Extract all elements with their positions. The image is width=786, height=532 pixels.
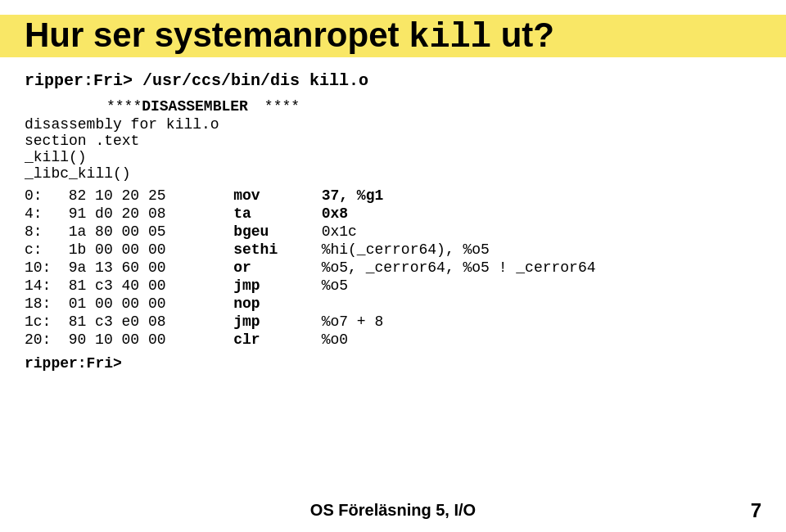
title-text-normal: Hur ser systemanropet: [25, 16, 409, 54]
instr-cell: clr: [233, 331, 321, 349]
operands-cell: %o7 + 8: [322, 313, 761, 331]
title-text-mono: kill: [409, 18, 491, 57]
content-area: ripper:Fri> /usr/ccs/bin/dis kill.o ****…: [25, 71, 761, 372]
bytes-cell: 82 10 20 25: [69, 187, 233, 205]
footer: OS Föreläsning 5, I/O 7: [0, 501, 786, 520]
bytes-cell: 9a 13 60 00: [69, 259, 233, 277]
bytes-cell: 01 00 00 00: [69, 295, 233, 313]
asm-table: 0:82 10 20 25mov37, %g14:91 d0 20 08ta0x…: [25, 187, 761, 349]
addr-cell: 4:: [25, 205, 69, 223]
addr-cell: 18:: [25, 295, 69, 313]
operands-cell: [322, 295, 761, 313]
instr-cell: jmp: [233, 313, 321, 331]
disassembler-header: **** DISASSEMBLER ****: [25, 98, 761, 115]
table-row: c:1b 00 00 00sethi%hi(_cerror64), %o5: [25, 241, 761, 259]
bytes-cell: 81 c3 e0 08: [69, 313, 233, 331]
table-row: 18:01 00 00 00nop: [25, 295, 761, 313]
kill-label: _kill(): [25, 149, 87, 165]
disassembly-for: disassembly for kill.o: [25, 116, 761, 133]
operands-cell: %o5, _cerror64, %o5 ! _cerror64: [322, 259, 761, 277]
kill-labels: _kill() _libc_kill(): [25, 149, 761, 182]
operands-cell: 37, %g1: [322, 187, 761, 205]
table-row: 8:1a 80 00 05bgeu0x1c: [25, 223, 761, 241]
bytes-cell: 1b 00 00 00: [69, 241, 233, 259]
table-row: 4:91 d0 20 08ta0x8: [25, 205, 761, 223]
addr-cell: 14:: [25, 277, 69, 295]
footer-page: 7: [751, 499, 761, 522]
prompt-bottom: ripper:Fri>: [25, 355, 761, 372]
stars-right: ****: [248, 98, 300, 115]
operands-cell: %hi(_cerror64), %o5: [322, 241, 761, 259]
addr-cell: 0:: [25, 187, 69, 205]
command-line: ripper:Fri> /usr/ccs/bin/dis kill.o: [25, 71, 761, 90]
table-row: 20:90 10 00 00clr%o0: [25, 331, 761, 349]
stars-left: ****: [25, 98, 142, 115]
bytes-cell: 1a 80 00 05: [69, 223, 233, 241]
instr-cell: mov: [233, 187, 321, 205]
addr-cell: 1c:: [25, 313, 69, 331]
slide-title: Hur ser systemanropet kill ut?: [25, 16, 761, 56]
bytes-cell: 91 d0 20 08: [69, 205, 233, 223]
slide: Hur ser systemanropet kill ut? ripper:Fr…: [0, 0, 786, 532]
table-row: 10:9a 13 60 00or%o5, _cerror64, %o5 ! _c…: [25, 259, 761, 277]
addr-cell: c:: [25, 241, 69, 259]
operands-cell: %o0: [322, 331, 761, 349]
table-row: 0:82 10 20 25mov37, %g1: [25, 187, 761, 205]
addr-cell: 20:: [25, 331, 69, 349]
operands-cell: 0x1c: [322, 223, 761, 241]
disassembler-label: DISASSEMBLER: [142, 98, 248, 115]
instr-cell: bgeu: [233, 223, 321, 241]
operands-cell: %o5: [322, 277, 761, 295]
section-text: section .text: [25, 133, 761, 149]
title-text-end: ut?: [491, 16, 554, 54]
instr-cell: ta: [233, 205, 321, 223]
instr-cell: jmp: [233, 277, 321, 295]
table-row: 1c:81 c3 e0 08jmp%o7 + 8: [25, 313, 761, 331]
operands-cell: 0x8: [322, 205, 761, 223]
table-row: 14:81 c3 40 00jmp%o5: [25, 277, 761, 295]
bytes-cell: 81 c3 40 00: [69, 277, 233, 295]
instr-cell: nop: [233, 295, 321, 313]
instr-cell: sethi: [233, 241, 321, 259]
addr-cell: 8:: [25, 223, 69, 241]
footer-title: OS Föreläsning 5, I/O: [0, 501, 786, 520]
bytes-cell: 90 10 00 00: [69, 331, 233, 349]
libc-kill-label: _libc_kill(): [25, 165, 131, 182]
instr-cell: or: [233, 259, 321, 277]
addr-cell: 10:: [25, 259, 69, 277]
